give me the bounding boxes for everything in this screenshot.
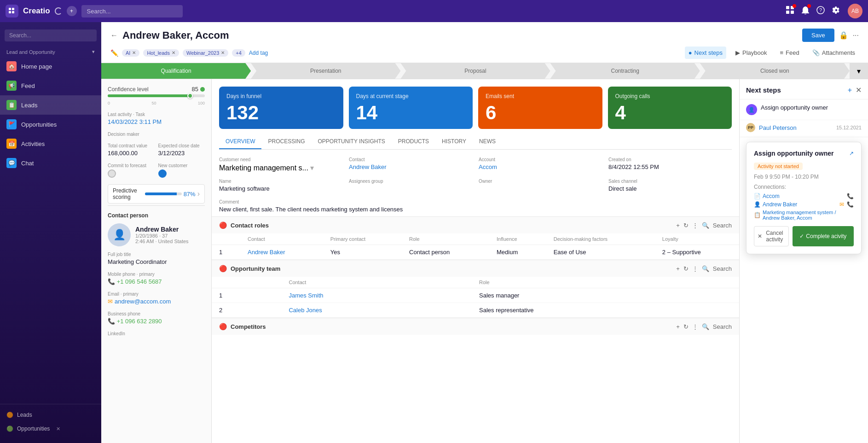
last-activity-value[interactable]: 14/03/2022 3:11 PM: [108, 118, 205, 125]
detail-owner: Owner: [479, 179, 602, 192]
sidebar-item-chat[interactable]: 💬 Chat: [0, 153, 101, 173]
topbar-search-input[interactable]: [81, 5, 183, 17]
ot-contact-2[interactable]: Caleb Jones: [281, 303, 472, 318]
stage-presentation[interactable]: Presentation: [251, 63, 400, 79]
account-link[interactable]: Accom: [479, 163, 602, 170]
competitors-actions: + ↻ ⋮ 🔍 Search: [676, 323, 732, 330]
playbook-button[interactable]: ▶ Playbook: [732, 47, 770, 59]
save-button[interactable]: Save: [802, 29, 834, 42]
tag-hot-leads-remove[interactable]: ✕: [172, 50, 175, 55]
activity-external-link[interactable]: ↗: [849, 150, 854, 157]
stage-contracting[interactable]: Contracting: [550, 63, 700, 79]
email-value[interactable]: ✉andrew@accom.com: [108, 298, 205, 305]
contact-roles-add[interactable]: +: [676, 222, 680, 229]
mobile-value[interactable]: 📞 +1 096 546 5687: [108, 278, 205, 285]
ot-contact-1[interactable]: James Smith: [281, 288, 472, 303]
contact-roles-refresh[interactable]: ↻: [683, 222, 689, 229]
user-avatar[interactable]: AB: [848, 4, 862, 18]
content-area: ← Andrew Baker, Accom Save 🔒 ··· ✏️ AI ✕…: [101, 22, 868, 443]
contact-roles-more[interactable]: ⋮: [692, 222, 698, 229]
activity-link-accom[interactable]: 📄 Accom 📞: [754, 193, 854, 199]
stage-closed-won[interactable]: Closed won: [700, 63, 850, 79]
competitors-more[interactable]: ⋮: [692, 323, 698, 330]
stage-qualification[interactable]: Qualification: [101, 63, 251, 79]
contact-link[interactable]: Andrew Baker: [349, 163, 472, 170]
contact-roles-search-icon[interactable]: 🔍: [702, 222, 709, 229]
predictive-scoring[interactable]: Predictive scoring 87% ›: [108, 184, 205, 204]
apps-icon[interactable]: [786, 6, 794, 16]
lock-icon[interactable]: 🔒: [839, 31, 848, 40]
commit-toggle[interactable]: [108, 169, 155, 178]
tab-overview[interactable]: OVERVIEW: [219, 134, 261, 149]
sidebar-item-feed[interactable]: 📢 Feed: [0, 76, 101, 95]
tab-products[interactable]: PRODUCTS: [392, 134, 435, 149]
contact-roles-search-label[interactable]: Search: [713, 222, 732, 229]
sidebar-item-activities[interactable]: 📅 Activities: [0, 134, 101, 153]
andrew-email-icon[interactable]: ✉: [839, 201, 844, 208]
next-step-item-1[interactable]: 👤 Assign opportunity owner: [740, 99, 868, 120]
col-role: Role: [402, 233, 489, 245]
opp-team-search-label[interactable]: Search: [713, 265, 732, 272]
bottom-tab-opportunities[interactable]: 🟢 Opportunities ✕: [0, 422, 101, 436]
playbook-icon: ▶: [735, 49, 740, 56]
grid-menu-icon[interactable]: [6, 5, 18, 17]
kpi-cards: Days in funnel 132 Days at current stage…: [212, 79, 739, 129]
sidebar-item-home[interactable]: 🏠 Home page: [0, 57, 101, 76]
competitors-search-icon[interactable]: 🔍: [702, 323, 709, 330]
complete-activity-button[interactable]: ✓ Complete acivity: [793, 226, 854, 246]
bottom-tab-leads[interactable]: 🟠 Leads: [0, 408, 101, 422]
tab-processing[interactable]: PROCESSING: [261, 134, 311, 149]
slider-handle[interactable]: [187, 93, 193, 99]
accom-phone-icon[interactable]: 📞: [847, 193, 854, 199]
attachments-button[interactable]: 📎 Attachments: [809, 47, 859, 59]
close-tab-icon[interactable]: ✕: [56, 426, 60, 432]
opp-team-refresh[interactable]: ↻: [683, 265, 689, 272]
more-options-icon[interactable]: ···: [853, 31, 859, 40]
settings-icon[interactable]: [832, 6, 840, 16]
business-phone-value[interactable]: 📞 +1 096 632 2890: [108, 318, 205, 325]
activity-link-andrew[interactable]: 👤 Andrew Baker ✉ 📞: [754, 201, 854, 208]
tab-history[interactable]: HISTORY: [435, 134, 473, 149]
stage-proposal[interactable]: Proposal: [400, 63, 550, 79]
opp-team-more[interactable]: ⋮: [692, 265, 698, 272]
sidebar-item-opportunities[interactable]: 🚩 Opportunities: [0, 115, 101, 134]
sidebar-section-header[interactable]: Lead and Opportunity ▾: [0, 45, 101, 57]
play-button[interactable]: [55, 7, 62, 15]
tag-webinar-remove[interactable]: ✕: [221, 50, 225, 55]
add-button[interactable]: +: [67, 6, 77, 16]
stage-dropdown[interactable]: ▾: [850, 63, 868, 79]
sidebar-item-leads[interactable]: 📋 Leads: [0, 95, 101, 115]
tag-ai-remove[interactable]: ✕: [132, 50, 136, 55]
next-steps-button[interactable]: ● Next steps: [685, 47, 726, 59]
assigned-name[interactable]: Paul Peterson: [759, 124, 797, 131]
notifications-icon[interactable]: [802, 6, 809, 16]
activity-actions: ✕ Cancel activity ✓ Complete acivity: [754, 226, 854, 246]
sales-channel-value: Direct sale: [608, 185, 732, 192]
new-customer-toggle[interactable]: [158, 169, 205, 178]
detail-customer-need: Customer need Marketing management s... …: [219, 157, 342, 172]
tab-news[interactable]: NEWS: [473, 134, 502, 149]
competitors-add[interactable]: +: [676, 323, 680, 330]
help-icon[interactable]: ?: [816, 6, 825, 16]
next-steps-add-button[interactable]: +: [848, 86, 852, 94]
feed-button[interactable]: ≡ Feed: [776, 47, 803, 59]
tab-opportunity-insights[interactable]: OPPORTUNITY INSIGHTS: [311, 134, 391, 149]
opp-team-search-icon[interactable]: 🔍: [702, 265, 709, 272]
competitors-search-label[interactable]: Search: [713, 323, 732, 330]
opp-team-add[interactable]: +: [676, 265, 680, 272]
right-panel-header: Next steps + ✕: [740, 79, 868, 99]
sidebar-search-input[interactable]: [5, 29, 97, 41]
cr-contact-link[interactable]: Andrew Baker: [240, 245, 323, 260]
tag-more[interactable]: +4: [232, 49, 245, 57]
andrew-phone-icon[interactable]: 📞: [847, 201, 854, 208]
cancel-activity-button[interactable]: ✕ Cancel activity: [754, 226, 789, 246]
edit-icon[interactable]: ✏️: [110, 49, 118, 57]
comment-text: New client, first sale. The client needs…: [219, 206, 732, 213]
competitors-refresh[interactable]: ↻: [683, 323, 689, 330]
customer-need-value[interactable]: Marketing management s... ▾: [219, 163, 342, 172]
add-tag-button[interactable]: Add tag: [249, 50, 268, 56]
right-panel-close-button[interactable]: ✕: [856, 86, 862, 94]
activity-link-marketing[interactable]: 📋 Marketing management system / Andrew B…: [754, 210, 854, 221]
back-button[interactable]: ←: [110, 31, 118, 40]
confidence-slider[interactable]: [108, 94, 205, 97]
